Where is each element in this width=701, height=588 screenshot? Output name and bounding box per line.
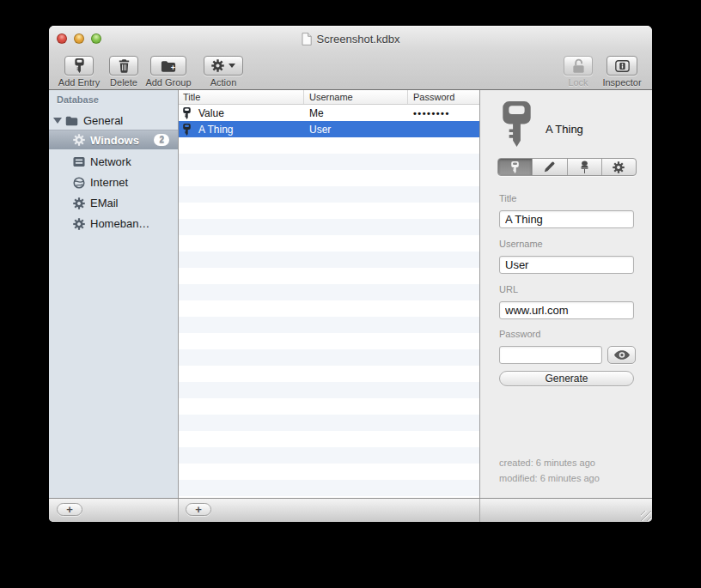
add-group-label: Add Group: [145, 77, 191, 88]
entry-table: Title Username Password Value Me •••••••…: [179, 90, 479, 498]
window-title: Screenshot.kdbx: [317, 33, 400, 45]
cell-title: Value: [198, 107, 224, 119]
table-row-empty[interactable]: [179, 219, 479, 235]
add-group-plus-button[interactable]: +: [57, 503, 82, 516]
table-row-empty[interactable]: [179, 415, 479, 431]
gear-icon: [211, 59, 224, 72]
divider: [178, 499, 179, 522]
created-timestamp: created: 6 minutes ago: [499, 458, 595, 468]
sidebar-item-homebanking[interactable]: Homeban…: [49, 214, 178, 233]
entry-title: A Thing: [546, 123, 583, 136]
table-row-empty[interactable]: [179, 186, 479, 203]
empty-rows-area: [179, 137, 479, 496]
table-row-empty[interactable]: [179, 349, 479, 366]
inspector-button[interactable]: Inspector: [594, 56, 649, 88]
password-field-label: Password: [499, 329, 540, 339]
sidebar-item-label: Network: [90, 155, 131, 168]
add-entry-button[interactable]: Add Entry: [53, 56, 105, 88]
table-row-value[interactable]: Value Me ••••••••: [179, 105, 479, 121]
disclosure-triangle-icon[interactable]: [53, 118, 62, 124]
add-entry-plus-button[interactable]: +: [186, 503, 211, 516]
table-row-empty[interactable]: [179, 382, 479, 398]
info-icon: [615, 60, 630, 72]
display-icon: [72, 156, 85, 167]
key-icon: [183, 107, 191, 119]
delete-label: Delete: [110, 77, 137, 88]
column-header-title[interactable]: Title: [179, 90, 304, 104]
inspector-label: Inspector: [602, 77, 641, 88]
table-row-empty[interactable]: [179, 398, 479, 415]
table-row-empty[interactable]: [179, 235, 479, 252]
table-row-empty[interactable]: [179, 252, 479, 268]
table-row-empty[interactable]: [179, 300, 479, 317]
chevron-down-icon: [229, 64, 235, 68]
username-input[interactable]: [499, 256, 634, 274]
sidebar-item-general[interactable]: General: [49, 111, 178, 130]
cell-password: ••••••••: [408, 108, 479, 118]
group-sidebar: Database General Windows 2 Network Inter…: [49, 90, 179, 498]
tab-attachments[interactable]: [567, 159, 601, 175]
table-row-empty[interactable]: [179, 170, 479, 186]
table-row-empty[interactable]: [179, 431, 479, 447]
password-input[interactable]: [499, 346, 602, 364]
sidebar-section-header: Database: [57, 94, 99, 105]
sidebar-item-label: General: [83, 114, 123, 127]
column-header-password[interactable]: Password: [408, 90, 479, 104]
tab-advanced[interactable]: [601, 159, 636, 175]
table-row-empty[interactable]: [179, 480, 479, 496]
gear-icon: [72, 134, 85, 146]
sidebar-item-internet[interactable]: Internet: [49, 173, 178, 192]
cell-username: User: [304, 124, 408, 136]
table-row-empty[interactable]: [179, 284, 479, 300]
sidebar-item-email[interactable]: EMail: [49, 193, 178, 213]
title-input[interactable]: [499, 210, 634, 228]
key-icon: [511, 161, 519, 173]
url-input[interactable]: [499, 301, 634, 319]
globe-icon: [72, 177, 85, 189]
tab-general[interactable]: [498, 159, 532, 175]
eye-icon: [614, 350, 630, 360]
show-password-button[interactable]: [607, 346, 636, 364]
title-field-label: Title: [499, 193, 516, 203]
table-row-empty[interactable]: [179, 464, 479, 480]
sidebar-item-network[interactable]: Network: [49, 152, 178, 172]
sidebar-item-label: Homeban…: [90, 217, 149, 230]
table-row-empty[interactable]: [179, 317, 479, 333]
table-header: Title Username Password: [179, 90, 479, 105]
entry-key-icon: [503, 101, 531, 150]
column-header-username[interactable]: Username: [304, 90, 408, 104]
table-row-empty[interactable]: [179, 203, 479, 219]
action-button[interactable]: Action: [198, 56, 249, 88]
sidebar-item-windows[interactable]: Windows 2: [49, 130, 178, 149]
app-window: Screenshot.kdbx Add Entry Delete + Add G…: [49, 26, 652, 522]
resize-grip[interactable]: [641, 511, 651, 521]
bottom-bar: + +: [49, 498, 652, 522]
sidebar-item-label: Windows: [90, 134, 139, 147]
lock-open-icon: [572, 58, 585, 74]
table-row-empty[interactable]: [179, 366, 479, 382]
modified-timestamp: modified: 6 minutes ago: [499, 473, 600, 483]
document-proxy-icon[interactable]: [302, 33, 312, 45]
trash-icon: [119, 59, 130, 73]
table-row-empty[interactable]: [179, 333, 479, 349]
table-row-empty[interactable]: [179, 268, 479, 284]
table-row-empty[interactable]: [179, 447, 479, 464]
gear-icon: [72, 218, 85, 230]
pencil-icon: [544, 161, 555, 173]
action-label: Action: [210, 77, 237, 88]
divider: [479, 499, 480, 522]
sidebar-item-label: EMail: [90, 197, 119, 209]
add-group-button[interactable]: + Add Group: [138, 56, 198, 88]
inspector-tab-bar: [497, 158, 637, 176]
cell-title: A Thing: [198, 124, 233, 136]
add-entry-label: Add Entry: [58, 77, 100, 88]
table-row-empty[interactable]: [179, 154, 479, 170]
generate-button[interactable]: Generate: [499, 371, 634, 386]
username-field-label: Username: [499, 239, 543, 249]
key-icon: [183, 124, 191, 136]
entry-count-badge: 2: [154, 134, 169, 146]
gear-icon: [72, 197, 85, 209]
table-row-a-thing[interactable]: A Thing User: [179, 121, 479, 137]
table-row-empty[interactable]: [179, 137, 479, 154]
tab-notes[interactable]: [532, 159, 566, 175]
